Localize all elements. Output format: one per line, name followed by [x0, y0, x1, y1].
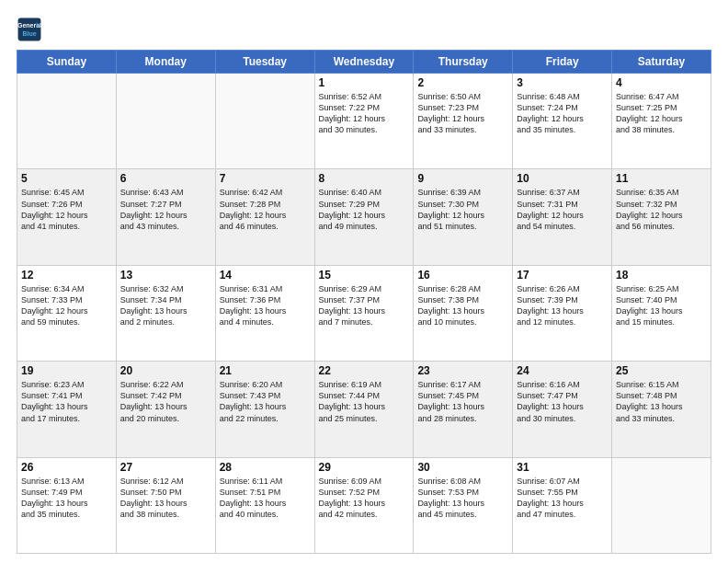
day-number: 9 [417, 172, 508, 185]
cell-info: Sunrise: 6:29 AM Sunset: 7:37 PM Dayligh… [319, 283, 410, 328]
cell-info: Sunrise: 6:20 AM Sunset: 7:43 PM Dayligh… [220, 379, 311, 424]
cell-info: Sunrise: 6:15 AM Sunset: 7:48 PM Dayligh… [616, 379, 707, 424]
calendar-table: SundayMondayTuesdayWednesdayThursdayFrid… [17, 50, 711, 554]
day-number: 29 [319, 461, 410, 474]
cell-info: Sunrise: 6:08 AM Sunset: 7:53 PM Dayligh… [417, 476, 508, 521]
calendar-week-row: 12Sunrise: 6:34 AM Sunset: 7:33 PM Dayli… [17, 265, 711, 361]
calendar-cell: 23Sunrise: 6:17 AM Sunset: 7:45 PM Dayli… [414, 362, 513, 457]
calendar-cell: 12Sunrise: 6:34 AM Sunset: 7:33 PM Dayli… [17, 265, 117, 361]
cell-info: Sunrise: 6:32 AM Sunset: 7:34 PM Dayligh… [120, 283, 211, 328]
calendar-page: General Blue SundayMondayTuesdayWednesda… [0, 0, 728, 563]
cell-info: Sunrise: 6:45 AM Sunset: 7:26 PM Dayligh… [21, 187, 112, 232]
svg-text:Blue: Blue [22, 30, 36, 37]
day-number: 31 [517, 461, 608, 474]
calendar-cell: 27Sunrise: 6:12 AM Sunset: 7:50 PM Dayli… [116, 457, 215, 553]
day-number: 13 [120, 269, 211, 282]
day-number: 15 [319, 269, 410, 282]
cell-info: Sunrise: 6:37 AM Sunset: 7:31 PM Dayligh… [517, 187, 608, 232]
day-number: 4 [616, 76, 707, 89]
day-number: 17 [517, 269, 608, 282]
cell-info: Sunrise: 6:39 AM Sunset: 7:30 PM Dayligh… [417, 187, 508, 232]
calendar-week-row: 1Sunrise: 6:52 AM Sunset: 7:22 PM Daylig… [17, 74, 711, 169]
calendar-cell [116, 74, 215, 169]
col-header-thursday: Thursday [414, 51, 513, 74]
cell-info: Sunrise: 6:42 AM Sunset: 7:28 PM Dayligh… [220, 187, 311, 232]
day-number: 10 [517, 172, 608, 185]
cell-info: Sunrise: 6:31 AM Sunset: 7:36 PM Dayligh… [220, 283, 311, 328]
day-number: 22 [319, 364, 410, 377]
logo-icon: General Blue [17, 17, 42, 42]
calendar-cell [612, 457, 711, 553]
day-number: 27 [120, 461, 211, 474]
calendar-header-row: SundayMondayTuesdayWednesdayThursdayFrid… [17, 51, 711, 74]
calendar-week-row: 19Sunrise: 6:23 AM Sunset: 7:41 PM Dayli… [17, 362, 711, 457]
day-number: 16 [417, 269, 508, 282]
cell-info: Sunrise: 6:35 AM Sunset: 7:32 PM Dayligh… [616, 187, 707, 232]
calendar-cell: 29Sunrise: 6:09 AM Sunset: 7:52 PM Dayli… [314, 457, 414, 553]
day-number: 26 [21, 461, 112, 474]
calendar-cell: 14Sunrise: 6:31 AM Sunset: 7:36 PM Dayli… [215, 265, 314, 361]
calendar-cell: 21Sunrise: 6:20 AM Sunset: 7:43 PM Dayli… [215, 362, 314, 457]
logo: General Blue [17, 17, 46, 42]
calendar-cell: 7Sunrise: 6:42 AM Sunset: 7:28 PM Daylig… [215, 169, 314, 265]
col-header-monday: Monday [116, 51, 215, 74]
cell-info: Sunrise: 6:26 AM Sunset: 7:39 PM Dayligh… [517, 283, 608, 328]
day-number: 8 [319, 172, 410, 185]
calendar-cell: 26Sunrise: 6:13 AM Sunset: 7:49 PM Dayli… [17, 457, 117, 553]
calendar-cell: 20Sunrise: 6:22 AM Sunset: 7:42 PM Dayli… [116, 362, 215, 457]
day-number: 3 [517, 76, 608, 89]
cell-info: Sunrise: 6:23 AM Sunset: 7:41 PM Dayligh… [21, 379, 112, 424]
calendar-cell: 1Sunrise: 6:52 AM Sunset: 7:22 PM Daylig… [314, 74, 414, 169]
cell-info: Sunrise: 6:25 AM Sunset: 7:40 PM Dayligh… [616, 283, 707, 328]
calendar-cell: 25Sunrise: 6:15 AM Sunset: 7:48 PM Dayli… [612, 362, 711, 457]
calendar-cell: 22Sunrise: 6:19 AM Sunset: 7:44 PM Dayli… [314, 362, 414, 457]
day-number: 5 [21, 172, 112, 185]
cell-info: Sunrise: 6:48 AM Sunset: 7:24 PM Dayligh… [517, 91, 608, 136]
cell-info: Sunrise: 6:34 AM Sunset: 7:33 PM Dayligh… [21, 283, 112, 328]
day-number: 18 [616, 269, 707, 282]
cell-info: Sunrise: 6:52 AM Sunset: 7:22 PM Dayligh… [319, 91, 410, 136]
cell-info: Sunrise: 6:17 AM Sunset: 7:45 PM Dayligh… [417, 379, 508, 424]
calendar-cell: 15Sunrise: 6:29 AM Sunset: 7:37 PM Dayli… [314, 265, 414, 361]
calendar-cell: 30Sunrise: 6:08 AM Sunset: 7:53 PM Dayli… [414, 457, 513, 553]
calendar-cell: 6Sunrise: 6:43 AM Sunset: 7:27 PM Daylig… [116, 169, 215, 265]
cell-info: Sunrise: 6:28 AM Sunset: 7:38 PM Dayligh… [417, 283, 508, 328]
calendar-cell: 2Sunrise: 6:50 AM Sunset: 7:23 PM Daylig… [414, 74, 513, 169]
col-header-saturday: Saturday [612, 51, 711, 74]
day-number: 19 [21, 364, 112, 377]
calendar-cell: 28Sunrise: 6:11 AM Sunset: 7:51 PM Dayli… [215, 457, 314, 553]
calendar-cell: 10Sunrise: 6:37 AM Sunset: 7:31 PM Dayli… [513, 169, 612, 265]
cell-info: Sunrise: 6:47 AM Sunset: 7:25 PM Dayligh… [616, 91, 707, 136]
day-number: 1 [319, 76, 410, 89]
page-header: General Blue [17, 17, 711, 42]
calendar-cell [215, 74, 314, 169]
col-header-sunday: Sunday [17, 51, 117, 74]
day-number: 21 [220, 364, 311, 377]
day-number: 23 [417, 364, 508, 377]
day-number: 7 [220, 172, 311, 185]
cell-info: Sunrise: 6:07 AM Sunset: 7:55 PM Dayligh… [517, 476, 608, 521]
svg-rect-0 [18, 18, 41, 41]
calendar-week-row: 26Sunrise: 6:13 AM Sunset: 7:49 PM Dayli… [17, 457, 711, 553]
day-number: 30 [417, 461, 508, 474]
day-number: 24 [517, 364, 608, 377]
day-number: 28 [220, 461, 311, 474]
day-number: 14 [220, 269, 311, 282]
cell-info: Sunrise: 6:43 AM Sunset: 7:27 PM Dayligh… [120, 187, 211, 232]
day-number: 12 [21, 269, 112, 282]
day-number: 2 [417, 76, 508, 89]
calendar-cell: 19Sunrise: 6:23 AM Sunset: 7:41 PM Dayli… [17, 362, 117, 457]
cell-info: Sunrise: 6:40 AM Sunset: 7:29 PM Dayligh… [319, 187, 410, 232]
calendar-week-row: 5Sunrise: 6:45 AM Sunset: 7:26 PM Daylig… [17, 169, 711, 265]
col-header-tuesday: Tuesday [215, 51, 314, 74]
calendar-cell: 16Sunrise: 6:28 AM Sunset: 7:38 PM Dayli… [414, 265, 513, 361]
day-number: 11 [616, 172, 707, 185]
calendar-cell: 24Sunrise: 6:16 AM Sunset: 7:47 PM Dayli… [513, 362, 612, 457]
calendar-cell: 31Sunrise: 6:07 AM Sunset: 7:55 PM Dayli… [513, 457, 612, 553]
cell-info: Sunrise: 6:12 AM Sunset: 7:50 PM Dayligh… [120, 476, 211, 521]
calendar-cell: 5Sunrise: 6:45 AM Sunset: 7:26 PM Daylig… [17, 169, 117, 265]
cell-info: Sunrise: 6:11 AM Sunset: 7:51 PM Dayligh… [220, 476, 311, 521]
calendar-cell: 13Sunrise: 6:32 AM Sunset: 7:34 PM Dayli… [116, 265, 215, 361]
calendar-cell: 3Sunrise: 6:48 AM Sunset: 7:24 PM Daylig… [513, 74, 612, 169]
calendar-cell: 4Sunrise: 6:47 AM Sunset: 7:25 PM Daylig… [612, 74, 711, 169]
